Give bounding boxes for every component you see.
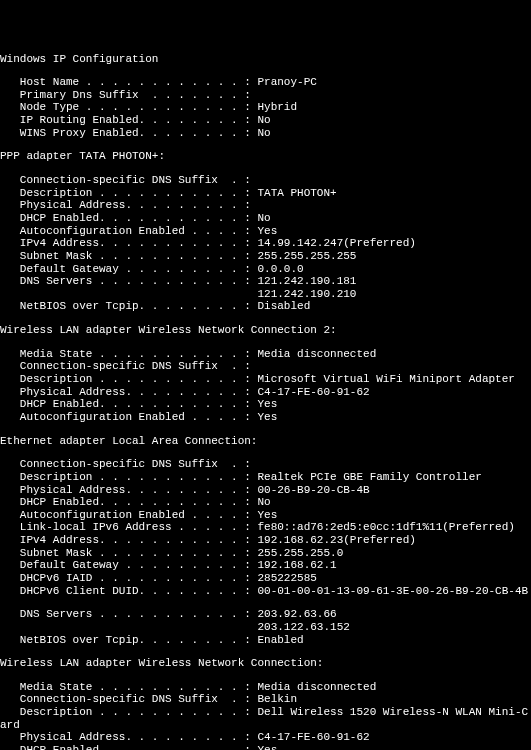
- output-line: Node Type . . . . . . . . . . . . : Hybr…: [0, 101, 531, 114]
- output-line: Physical Address. . . . . . . . . :: [0, 199, 531, 212]
- blank-line: [0, 597, 531, 608]
- output-line: IPv4 Address. . . . . . . . . . . : 192.…: [0, 534, 531, 547]
- output-line: 121.242.190.210: [0, 288, 531, 301]
- output-line: DHCP Enabled. . . . . . . . . . . : Yes: [0, 398, 531, 411]
- output-line: NetBIOS over Tcpip. . . . . . . . : Disa…: [0, 300, 531, 313]
- output-line: Description . . . . . . . . . . . : Real…: [0, 471, 531, 484]
- output-line: PPP adapter TATA PHOTON+:: [0, 150, 531, 163]
- blank-line: [0, 424, 531, 435]
- output-line: Media State . . . . . . . . . . . : Medi…: [0, 681, 531, 694]
- output-line: Connection-specific DNS Suffix . :: [0, 360, 531, 373]
- output-line: Autoconfiguration Enabled . . . . : Yes: [0, 225, 531, 238]
- output-line: Connection-specific DNS Suffix . : Belki…: [0, 693, 531, 706]
- output-line: Link-local IPv6 Address . . . . . : fe80…: [0, 521, 531, 534]
- output-line: Windows IP Configuration: [0, 53, 531, 66]
- output-line: Ethernet adapter Local Area Connection:: [0, 435, 531, 448]
- output-line: DNS Servers . . . . . . . . . . . : 203.…: [0, 608, 531, 621]
- output-line: DNS Servers . . . . . . . . . . . : 121.…: [0, 275, 531, 288]
- output-line: Subnet Mask . . . . . . . . . . . : 255.…: [0, 547, 531, 560]
- output-line: DHCP Enabled. . . . . . . . . . . : No: [0, 212, 531, 225]
- output-line: Media State . . . . . . . . . . . : Medi…: [0, 348, 531, 361]
- blank-line: [0, 139, 531, 150]
- output-line: Physical Address. . . . . . . . . : 00-2…: [0, 484, 531, 497]
- output-line: Physical Address. . . . . . . . . : C4-1…: [0, 386, 531, 399]
- blank-line: [0, 670, 531, 681]
- output-line: Default Gateway . . . . . . . . . : 0.0.…: [0, 263, 531, 276]
- output-line: IP Routing Enabled. . . . . . . . : No: [0, 114, 531, 127]
- output-line: 203.122.63.152: [0, 621, 531, 634]
- blank-line: [0, 337, 531, 348]
- output-line: Primary Dns Suffix . . . . . . . :: [0, 89, 531, 102]
- output-line: Host Name . . . . . . . . . . . . : Pran…: [0, 76, 531, 89]
- blank-line: [0, 447, 531, 458]
- output-line: Description . . . . . . . . . . . : Dell…: [0, 706, 531, 719]
- blank-line: [0, 313, 531, 324]
- output-line: Autoconfiguration Enabled . . . . : Yes: [0, 411, 531, 424]
- output-line: Connection-specific DNS Suffix . :: [0, 174, 531, 187]
- blank-line: [0, 163, 531, 174]
- output-line: Description . . . . . . . . . . . : TATA…: [0, 187, 531, 200]
- blank-line: [0, 646, 531, 657]
- output-line: DHCPv6 IAID . . . . . . . . . . . : 2852…: [0, 572, 531, 585]
- output-line: Default Gateway . . . . . . . . . : 192.…: [0, 559, 531, 572]
- output-line: IPv4 Address. . . . . . . . . . . : 14.9…: [0, 237, 531, 250]
- output-line: Connection-specific DNS Suffix . :: [0, 458, 531, 471]
- output-line: Wireless LAN adapter Wireless Network Co…: [0, 324, 531, 337]
- ipconfig-output: Windows IP Configuration Host Name . . .…: [0, 53, 531, 750]
- output-line: Physical Address. . . . . . . . . : C4-1…: [0, 731, 531, 744]
- output-line: WINS Proxy Enabled. . . . . . . . : No: [0, 127, 531, 140]
- output-line: NetBIOS over Tcpip. . . . . . . . : Enab…: [0, 634, 531, 647]
- output-line: ard: [0, 719, 531, 732]
- blank-line: [0, 65, 531, 76]
- output-line: DHCPv6 Client DUID. . . . . . . . : 00-0…: [0, 585, 531, 598]
- output-line: DHCP Enabled. . . . . . . . . . . : No: [0, 496, 531, 509]
- output-line: Description . . . . . . . . . . . : Micr…: [0, 373, 531, 386]
- output-line: Wireless LAN adapter Wireless Network Co…: [0, 657, 531, 670]
- output-line: Subnet Mask . . . . . . . . . . . : 255.…: [0, 250, 531, 263]
- output-line: DHCP Enabled. . . . . . . . . . . : Yes: [0, 744, 531, 750]
- output-line: Autoconfiguration Enabled . . . . : Yes: [0, 509, 531, 522]
